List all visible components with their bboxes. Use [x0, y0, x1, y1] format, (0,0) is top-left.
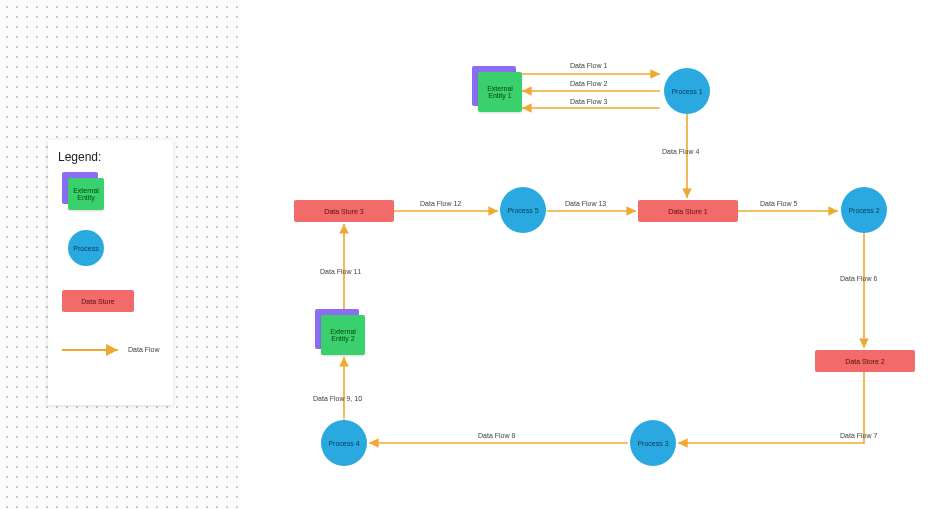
external-entity-1[interactable]: External Entity 1: [478, 72, 522, 112]
flow-label-8: Data Flow 8: [478, 432, 515, 439]
legend-external-entity: External Entity: [68, 178, 104, 210]
flow-label-7: Data Flow 7: [840, 432, 877, 439]
process-5[interactable]: Process 5: [500, 187, 546, 233]
process-3[interactable]: Process 3: [630, 420, 676, 466]
diagram-stage: Legend: External Entity Process Data Sto…: [0, 0, 938, 509]
process-1[interactable]: Process 1: [664, 68, 710, 114]
flow-label-6: Data Flow 6: [840, 275, 877, 282]
legend-process: Process: [68, 230, 104, 266]
data-store-2[interactable]: Data Store 2: [815, 350, 915, 372]
legend-data-store: Data Store: [62, 290, 134, 312]
legend-title: Legend:: [58, 150, 101, 164]
process-4[interactable]: Process 4: [321, 420, 367, 466]
data-store-3[interactable]: Data Store 3: [294, 200, 394, 222]
legend-panel: Legend: External Entity Process Data Sto…: [48, 140, 173, 405]
flow-label-12: Data Flow 12: [420, 200, 461, 207]
flow-label-3: Data Flow 3: [570, 98, 607, 105]
flow-label-11: Data Flow 11: [320, 268, 361, 275]
flow-label-4: Data Flow 4: [662, 148, 699, 155]
legend-flow-label: Data Flow: [128, 346, 160, 353]
data-store-1[interactable]: Data Store 1: [638, 200, 738, 222]
external-entity-2[interactable]: External Entity 2: [321, 315, 365, 355]
flow-label-1: Data Flow 1: [570, 62, 607, 69]
flow-label-5: Data Flow 5: [760, 200, 797, 207]
process-2[interactable]: Process 2: [841, 187, 887, 233]
diagram-canvas[interactable]: External Entity 1 External Entity 2 Proc…: [240, 0, 938, 509]
flow-label-9-10: Data Flow 9, 10: [313, 395, 362, 402]
flow-label-13: Data Flow 13: [565, 200, 606, 207]
flow-label-2: Data Flow 2: [570, 80, 607, 87]
